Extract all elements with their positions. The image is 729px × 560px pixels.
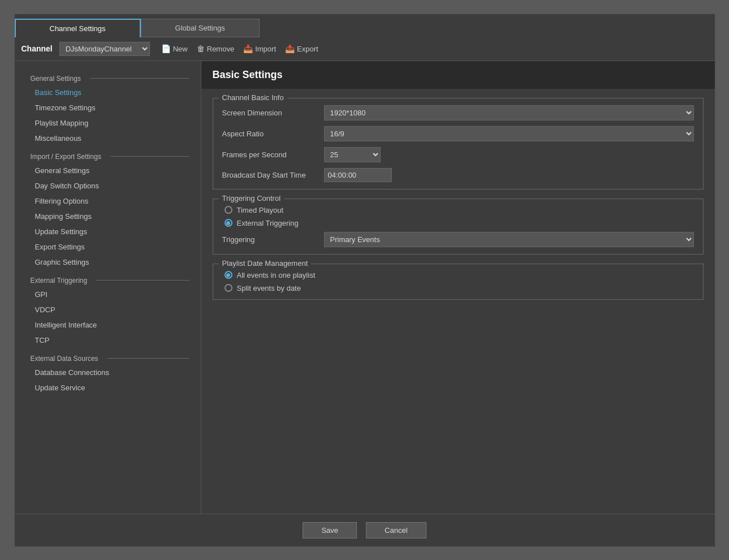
aspect-ratio-control: 16/9 — [324, 126, 694, 141]
toolbar-actions: 📄 New 🗑 Remove 📥 Import 📤 Export — [161, 44, 318, 53]
import-button[interactable]: 📥 Import — [243, 44, 276, 53]
channel-basic-info-legend: Channel Basic Info — [219, 93, 287, 102]
sidebar-section-external-triggering: External Triggering — [15, 270, 201, 287]
external-triggering-radio[interactable] — [225, 219, 232, 227]
sidebar-item-mapping-settings[interactable]: Mapping Settings — [15, 209, 201, 224]
screen-dimension-select[interactable]: 1920*1080 — [324, 105, 694, 120]
fps-label: Frames per Second — [222, 150, 324, 159]
sidebar-item-basic-settings[interactable]: Basic Settings — [15, 85, 201, 100]
import-icon: 📥 — [243, 44, 253, 53]
split-events-label: Split events by date — [237, 284, 301, 292]
channel-basic-info-section: Channel Basic Info Screen Dimension 1920… — [213, 98, 704, 189]
main-layout: General Settings Basic Settings Timezone… — [15, 61, 715, 514]
sidebar-item-filtering-options[interactable]: Filtering Options — [15, 193, 201, 209]
remove-button[interactable]: 🗑 Remove — [197, 44, 234, 53]
broadcast-day-start-row: Broadcast Day Start Time — [222, 168, 694, 182]
bottom-bar: Save Cancel — [15, 514, 715, 546]
sidebar-section-import-export: Import / Export Settings — [15, 146, 201, 163]
content-header: Basic Settings — [201, 61, 715, 89]
sidebar-item-export-settings[interactable]: Export Settings — [15, 239, 201, 255]
split-events-row: Split events by date — [222, 284, 694, 292]
tab-channel-settings[interactable]: Channel Settings — [15, 19, 141, 37]
sidebar-item-update-settings[interactable]: Update Settings — [15, 224, 201, 239]
sidebar-item-day-switch-options[interactable]: Day Switch Options — [15, 178, 201, 193]
channel-select[interactable]: DJsMondayChannel — [59, 42, 150, 56]
fps-control: 25 — [324, 147, 694, 162]
external-triggering-row: External Triggering — [222, 219, 694, 227]
all-events-label: All events in one playlist — [237, 271, 316, 279]
triggering-field-control: Primary Events — [324, 232, 694, 247]
fps-row: Frames per Second 25 — [222, 147, 694, 162]
fps-select[interactable]: 25 — [324, 147, 381, 162]
sidebar-item-vdcp[interactable]: VDCP — [15, 302, 201, 317]
screen-dimension-control: 1920*1080 — [324, 105, 694, 120]
channel-label: Channel — [21, 44, 53, 53]
sidebar-item-update-service[interactable]: Update Service — [15, 380, 201, 395]
triggering-control-legend: Triggering Control — [219, 194, 284, 203]
sidebar-item-general-settings-ie[interactable]: General Settings — [15, 163, 201, 178]
triggering-field-label: Triggering — [222, 235, 324, 244]
content-body: Channel Basic Info Screen Dimension 1920… — [201, 89, 715, 318]
split-events-radio[interactable] — [225, 284, 232, 292]
remove-icon: 🗑 — [197, 44, 205, 53]
screen-dimension-label: Screen Dimension — [222, 109, 324, 117]
triggering-select[interactable]: Primary Events — [324, 232, 694, 247]
external-triggering-label: External Triggering — [237, 219, 299, 227]
export-button[interactable]: 📤 Export — [285, 44, 318, 53]
cancel-button[interactable]: Cancel — [366, 522, 426, 539]
export-label: Export — [297, 45, 318, 53]
triggering-field-row: Triggering Primary Events — [222, 232, 694, 247]
aspect-ratio-select[interactable]: 16/9 — [324, 126, 694, 141]
aspect-ratio-row: Aspect Ratio 16/9 — [222, 126, 694, 141]
channel-bar: Channel DJsMondayChannel 📄 New 🗑 Remove … — [15, 37, 715, 61]
sidebar-item-timezone-settings[interactable]: Timezone Settings — [15, 100, 201, 115]
timed-playout-label: Timed Playout — [237, 206, 284, 214]
content-area: Basic Settings Channel Basic Info Screen… — [201, 61, 715, 514]
app-window: Channel Settings Global Settings Channel… — [14, 14, 715, 547]
new-icon: 📄 — [161, 44, 171, 53]
triggering-control-section: Triggering Control Timed Playout Externa… — [213, 199, 704, 255]
sidebar-section-general-settings: General Settings — [15, 68, 201, 85]
broadcast-day-start-input[interactable] — [324, 168, 392, 182]
tabs-bar: Channel Settings Global Settings — [15, 14, 715, 37]
sidebar: General Settings Basic Settings Timezone… — [15, 61, 201, 514]
sidebar-item-database-connections[interactable]: Database Connections — [15, 365, 201, 380]
save-button[interactable]: Save — [303, 522, 357, 539]
remove-label: Remove — [207, 45, 234, 53]
timed-playout-row: Timed Playout — [222, 206, 694, 214]
import-label: Import — [255, 45, 276, 53]
tab-global-settings[interactable]: Global Settings — [141, 19, 260, 37]
sidebar-item-playlist-mapping[interactable]: Playlist Mapping — [15, 115, 201, 131]
timed-playout-radio[interactable] — [225, 206, 232, 214]
sidebar-item-intelligent-interface[interactable]: Intelligent Interface — [15, 317, 201, 333]
aspect-ratio-label: Aspect Ratio — [222, 130, 324, 138]
sidebar-section-external-data-sources: External Data Sources — [15, 348, 201, 365]
broadcast-day-start-control — [324, 168, 694, 182]
sidebar-item-miscellaneous[interactable]: Miscellaneous — [15, 131, 201, 146]
new-button[interactable]: 📄 New — [161, 44, 188, 53]
sidebar-item-gpi[interactable]: GPI — [15, 287, 201, 302]
sidebar-item-tcp[interactable]: TCP — [15, 333, 201, 348]
broadcast-day-start-label: Broadcast Day Start Time — [222, 171, 324, 179]
all-events-radio[interactable] — [225, 271, 232, 279]
sidebar-item-graphic-settings[interactable]: Graphic Settings — [15, 255, 201, 270]
playlist-date-management-legend: Playlist Date Management — [219, 259, 312, 268]
all-events-row: All events in one playlist — [222, 271, 694, 279]
playlist-date-management-section: Playlist Date Management All events in o… — [213, 264, 704, 300]
content-title: Basic Settings — [213, 69, 704, 81]
screen-dimension-row: Screen Dimension 1920*1080 — [222, 105, 694, 120]
new-label: New — [173, 45, 188, 53]
export-icon: 📤 — [285, 44, 295, 53]
